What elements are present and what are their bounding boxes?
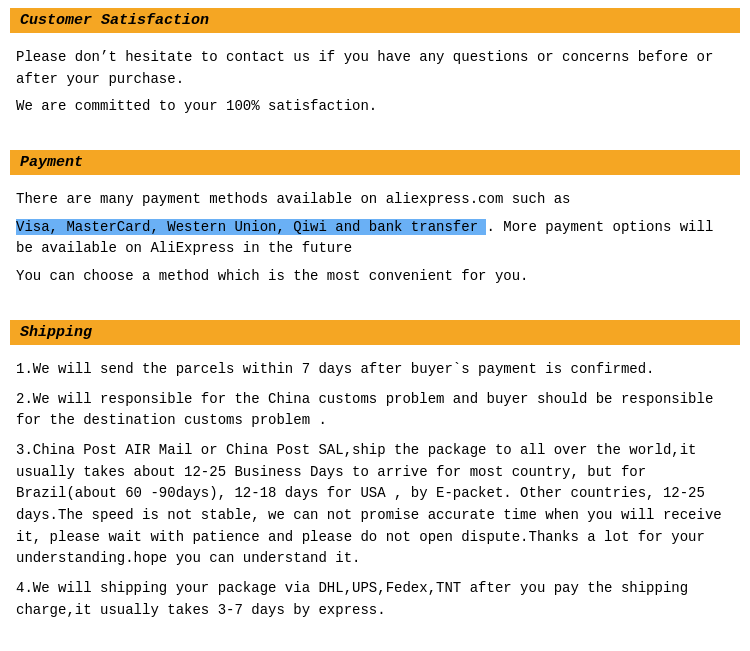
payment-conclusion: You can choose a method which is the mos… (16, 266, 734, 288)
payment-intro: There are many payment methods available… (16, 189, 734, 211)
shipping-body: 1.We will send the parcels within 7 days… (10, 355, 740, 634)
shipping-header: Shipping (10, 320, 740, 345)
payment-highlight: Visa, MasterCard, Western Union, Qiwi an… (16, 219, 486, 235)
shipping-item-3: 3.China Post AIR Mail or China Post SAL,… (16, 440, 734, 570)
payment-section: Payment There are many payment methods a… (0, 142, 750, 312)
customer-satisfaction-section: Customer Satisfaction Please don’t hesit… (0, 0, 750, 142)
shipping-section: Shipping 1.We will send the parcels with… (0, 312, 750, 648)
customer-satisfaction-para-2: We are committed to your 100% satisfacti… (16, 96, 734, 118)
customer-satisfaction-header: Customer Satisfaction (10, 8, 740, 33)
shipping-item-4: 4.We will shipping your package via DHL,… (16, 578, 734, 621)
payment-methods: Visa, MasterCard, Western Union, Qiwi an… (16, 217, 734, 260)
shipping-item-1: 1.We will send the parcels within 7 days… (16, 359, 734, 381)
shipping-item-2: 2.We will responsible for the China cust… (16, 389, 734, 432)
payment-header: Payment (10, 150, 740, 175)
customer-satisfaction-para-1: Please don’t hesitate to contact us if y… (16, 47, 734, 90)
payment-body: There are many payment methods available… (10, 185, 740, 298)
customer-satisfaction-body: Please don’t hesitate to contact us if y… (10, 43, 740, 128)
